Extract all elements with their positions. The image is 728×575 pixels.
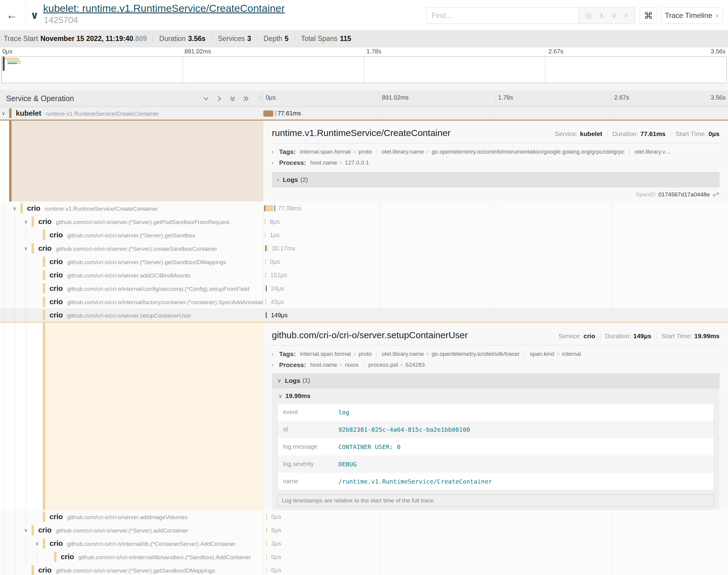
span-duration-bar[interactable] [266, 312, 267, 318]
expand-one-icon[interactable] [216, 95, 223, 102]
span-duration-bar[interactable] [265, 232, 265, 238]
expand-all-icon[interactable] [243, 95, 250, 102]
back-arrow-icon[interactable]: ← [6, 8, 18, 22]
deep-link-icon[interactable] [713, 191, 720, 198]
find-input[interactable] [426, 7, 578, 24]
span-row[interactable]: ∨ criogithub.com/cri-o/cri-o/internal/li… [0, 550, 728, 564]
match-highlight-icon[interactable]: ◎ [585, 11, 592, 20]
process-accordion[interactable]: › Process: host.name=nixosprocess.pid=62… [272, 360, 720, 370]
span-row[interactable]: ∨ criogithub.com/cri-o/cri-o/server.(*Se… [0, 523, 728, 537]
prev-match-icon[interactable]: ∧ [599, 11, 604, 20]
span-row-timeline-cell[interactable]: 6μs [263, 523, 728, 537]
span-row[interactable]: ∨ kubeletruntime.v1.RuntimeService/Creat… [0, 107, 728, 120]
span-row-name-column[interactable]: ∨ criogithub.com/cri-o/cri-o/server.(*Se… [0, 255, 263, 268]
tags-accordion[interactable]: › Tags: internal.span.format=protootel.l… [272, 146, 720, 157]
span-row-name-column[interactable]: ∨ criogithub.com/cri-o/cri-o/server.addO… [0, 268, 263, 282]
span-row-name-column[interactable]: ∨ criogithub.com/cri-o/cri-o/server.(*Se… [0, 523, 263, 537]
summary-value: 3 [247, 35, 251, 43]
row-chevron-down-icon[interactable]: ∨ [24, 218, 28, 225]
span-row-name-column[interactable]: ∨ criogithub.com/cri-o/cri-o/internal/fa… [0, 295, 263, 308]
tick-label: 2.67s [615, 94, 629, 101]
span-row[interactable]: ∨ criogithub.com/cri-o/cri-o/server.addI… [0, 510, 728, 523]
span-row[interactable]: ∨ criogithub.com/cri-o/cri-o/server.(*Se… [0, 564, 728, 575]
span-row-name-column[interactable]: ∨ criogithub.com/cri-o/cri-o/server.(*Se… [0, 228, 263, 242]
logs-accordion[interactable]: ∨ Logs (1) [272, 373, 720, 388]
row-chevron-down-icon[interactable]: ∨ [13, 205, 16, 212]
span-row-timeline-cell[interactable]: 24μs [263, 282, 728, 295]
chevron-right-icon: › [277, 177, 279, 183]
column-resize-handle[interactable] [259, 95, 262, 102]
span-row-name-column[interactable]: ∨ criogithub.com/cri-o/cri-o/internal/li… [0, 537, 263, 550]
span-row-name-column[interactable]: ∨ criogithub.com/cri-o/cri-o/server.(*Se… [0, 242, 263, 255]
keyboard-shortcuts-button[interactable]: ⌘ [640, 7, 657, 24]
span-duration-bar[interactable] [266, 540, 267, 546]
title-chevron-down-icon[interactable]: ∨ [30, 9, 39, 21]
span-row-name-column[interactable]: ∨ crioruntime.v1.RuntimeService/CreateCo… [0, 202, 263, 215]
summary-label: Duration [159, 35, 186, 43]
span-row[interactable]: ∨ criogithub.com/cri-o/cri-o/server.(*Se… [0, 255, 728, 268]
span-row-name-column[interactable]: ∨ criogithub.com/cri-o/cri-o/internal/li… [0, 550, 263, 564]
span-duration-label: 77.61ms [277, 110, 301, 117]
span-duration-bar[interactable] [266, 527, 267, 533]
clear-find-icon[interactable]: × [624, 11, 628, 20]
jaeger-trace-page: ← ∨ kubelet: runtime.v1.RuntimeService/C… [0, 0, 728, 575]
row-chevron-down-icon[interactable]: ∨ [24, 527, 28, 533]
span-duration-bar[interactable] [265, 272, 266, 278]
span-row[interactable]: ∨ criogithub.com/cri-o/cri-o/server.setu… [0, 308, 728, 322]
span-row-timeline-cell[interactable]: 77.08ms [263, 202, 728, 215]
span-duration-bar[interactable] [263, 110, 273, 116]
span-row-timeline-cell[interactable]: 43μs [263, 295, 728, 308]
log-entry-accordion[interactable]: ∨ 19.99ms [272, 389, 720, 403]
span-row-timeline-cell[interactable]: 8μs [263, 215, 728, 228]
span-row-timeline-cell[interactable]: 0μs [263, 564, 728, 575]
span-row-timeline-cell[interactable]: 77.61ms [263, 107, 728, 120]
span-operation-name: runtime.v1.RuntimeService/CreateContaine… [45, 110, 159, 117]
span-row-timeline-cell[interactable]: 1μs [263, 228, 728, 242]
logs-count: (1) [302, 377, 310, 384]
span-row-name-column[interactable]: ∨ kubeletruntime.v1.RuntimeService/Creat… [0, 107, 263, 120]
span-row[interactable]: ∨ criogithub.com/cri-o/cri-o/internal/li… [0, 537, 728, 550]
span-duration-bar[interactable] [266, 554, 267, 560]
tags-accordion[interactable]: › Tags: internal.span.format=protootel.l… [272, 348, 720, 360]
span-duration-bar[interactable] [265, 259, 266, 265]
span-row-name-column[interactable]: ∨ criogithub.com/cri-o/cri-o/server.(*Se… [0, 564, 263, 575]
span-duration-bar[interactable] [265, 218, 265, 225]
collapse-all-icon[interactable] [229, 95, 236, 102]
span-duration-bar[interactable] [266, 514, 267, 520]
span-duration-bar[interactable] [266, 285, 267, 292]
span-row[interactable]: ∨ criogithub.com/cri-o/cri-o/server.(*Se… [0, 228, 728, 242]
logs-count: (2) [300, 176, 308, 183]
span-duration-label: 43μs [271, 298, 284, 305]
span-duration-bar[interactable] [266, 567, 267, 573]
span-row[interactable]: ∨ criogithub.com/cri-o/cri-o/server.addO… [0, 268, 728, 282]
process-accordion[interactable]: › Process: host.name=127.0.0.1 [272, 157, 720, 168]
span-row[interactable]: ∨ crioruntime.v1.RuntimeService/CreateCo… [0, 202, 728, 215]
trace-view-selector[interactable]: Trace Timeline ∨ [661, 7, 723, 24]
logs-accordion[interactable]: › Logs (2) [272, 172, 720, 188]
row-chevron-down-icon[interactable]: ∨ [35, 540, 39, 547]
span-row-timeline-cell[interactable]: 149μs [263, 308, 728, 322]
next-match-icon[interactable]: ∨ [611, 11, 617, 20]
span-row-name-column[interactable]: ∨ criogithub.com/cri-o/cri-o/internal/co… [0, 282, 263, 295]
span-row-timeline-cell[interactable]: 0μs [263, 255, 728, 268]
span-color-bar [43, 283, 45, 294]
span-row-timeline-cell[interactable]: 0μs [263, 550, 728, 564]
row-chevron-down-icon[interactable]: ∨ [24, 245, 28, 252]
row-chevron-down-icon[interactable]: ∨ [2, 110, 5, 116]
span-row-timeline-cell[interactable]: 3μs [263, 537, 728, 550]
trace-title-link[interactable]: kubelet: runtime.v1.RuntimeService/Creat… [43, 2, 285, 14]
minimap-canvas[interactable] [1, 57, 727, 83]
collapse-one-icon[interactable] [203, 95, 209, 102]
span-row[interactable]: ∨ criogithub.com/cri-o/cri-o/server.(*Se… [0, 215, 728, 228]
span-row-name-column[interactable]: ∨ criogithub.com/cri-o/cri-o/server.setu… [0, 308, 263, 322]
span-row[interactable]: ∨ criogithub.com/cri-o/cri-o/internal/co… [0, 282, 728, 295]
span-row-name-column[interactable]: ∨ criogithub.com/cri-o/cri-o/server.addI… [0, 510, 263, 523]
span-row-timeline-cell[interactable]: 20.17ms [263, 242, 728, 255]
span-row[interactable]: ∨ criogithub.com/cri-o/cri-o/server.(*Se… [0, 242, 728, 255]
span-row-timeline-cell[interactable]: 0μs [263, 510, 728, 523]
span-duration-bar[interactable] [265, 299, 266, 305]
span-row[interactable]: ∨ criogithub.com/cri-o/cri-o/internal/fa… [0, 295, 728, 308]
indent-guide [3, 510, 4, 523]
span-row-timeline-cell[interactable]: 151μs [263, 268, 728, 282]
span-row-name-column[interactable]: ∨ criogithub.com/cri-o/cri-o/server.(*Se… [0, 215, 263, 228]
